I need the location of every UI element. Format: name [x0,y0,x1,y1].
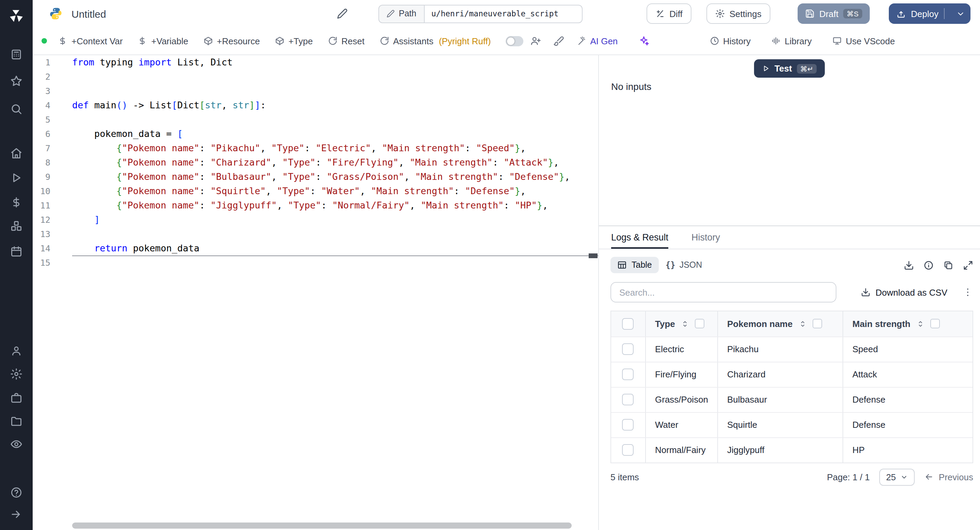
schedules-calendar-icon[interactable] [10,245,22,257]
tab-history[interactable]: History [692,226,720,249]
diff-button[interactable]: Diff [646,3,692,24]
expand-icon[interactable] [963,260,973,270]
settings-button[interactable]: Settings [706,3,770,24]
column-filter-box[interactable] [695,319,705,329]
multiplayer-toggle[interactable] [506,36,523,46]
code-line[interactable]: 14 return pokemon_data [33,241,598,255]
windmill-logo[interactable] [9,8,24,23]
audit-eye-icon[interactable] [10,438,22,450]
code-line[interactable]: 5 [33,112,598,127]
vscode-label: Use VScode [846,36,895,46]
column-filter-box[interactable] [812,319,822,329]
add-type-button[interactable]: +Type [275,36,313,46]
edit-summary-pencil-icon[interactable] [337,8,348,19]
table-row: ElectricPikachuSpeed [611,337,972,362]
previous-page-button[interactable]: Previous [924,472,973,482]
add-context-var-button[interactable]: +Context Var [58,36,123,46]
row-checkbox[interactable] [622,444,634,456]
code-line[interactable]: 15 [33,255,598,270]
history-button[interactable]: History [710,36,751,46]
code-line[interactable]: 7 {"Pokemon name": "Pikachu", "Type": "E… [33,141,598,155]
sort-icon[interactable] [798,319,807,328]
line-number: 14 [33,241,50,255]
deploy-chevron[interactable] [950,3,970,24]
path-value[interactable]: u/henri/maneuverable_script [424,5,582,23]
line-number: 13 [33,227,50,241]
code-line[interactable]: 3 [33,84,598,98]
table-cell: Defense [843,412,972,437]
home-icon[interactable] [10,147,22,160]
code-line[interactable]: 8 {"Pokemon name": "Charizard", "Type": … [33,155,598,170]
download-csv-button[interactable]: Download as CSV [861,287,947,297]
copy-icon[interactable] [943,260,953,270]
row-checkbox[interactable] [622,419,634,431]
row-checkbox[interactable] [622,343,634,355]
kebab-menu-icon[interactable] [962,287,973,298]
vscode-button[interactable]: Use VScode [832,36,895,46]
reset-button[interactable]: Reset [328,36,364,46]
code-line[interactable]: 2 [33,69,598,84]
horizontal-scrollbar[interactable] [72,522,572,528]
code-line[interactable]: 12 ] [33,212,598,227]
code-editor[interactable]: 1from typing import List, Dict234def mai… [33,55,599,530]
row-checkbox[interactable] [622,369,634,380]
line-number: 9 [33,170,50,184]
resources-boxes-icon[interactable] [10,220,22,232]
code-line[interactable]: 10 {"Pokemon name": "Squirtle", "Type": … [33,184,598,198]
user-icon[interactable] [10,345,22,357]
table-icon [617,260,627,270]
settings-gear-icon[interactable] [10,368,22,380]
folders-icon[interactable] [10,415,22,427]
select-all-checkbox[interactable] [622,318,634,330]
deploy-button[interactable]: Deploy [888,3,970,24]
add-variable-button[interactable]: +Variable [138,36,189,46]
info-icon[interactable] [924,260,934,270]
favorites-star-icon[interactable] [10,75,22,87]
page-size-select[interactable]: 25 [879,468,915,485]
search-icon[interactable] [10,103,22,115]
search-input[interactable] [611,282,837,302]
draft-button[interactable]: Draft ⌘S [798,3,869,24]
code-line[interactable]: 6 pokemon_data = [ [33,127,598,141]
code-line[interactable]: 4def main() -> List[Dict[str, str]]: [33,98,598,112]
line-number: 5 [33,112,50,127]
variables-dollar-icon[interactable] [10,196,22,208]
add-resource-button[interactable]: +Resource [203,36,259,46]
table-cell: Pikachu [717,337,843,362]
line-number: 3 [33,84,50,98]
invite-user-icon[interactable] [530,35,541,46]
table-view-button[interactable]: Table [611,257,659,273]
sort-icon[interactable] [916,319,924,328]
format-brush-icon[interactable] [553,35,564,46]
launcher-grid-icon[interactable] [10,48,22,61]
test-shortcut: ⌘↵ [797,64,817,73]
sparkles-icon[interactable] [638,35,649,46]
download-result-icon[interactable] [904,260,914,270]
tab-logs-result[interactable]: Logs & Result [611,226,668,249]
row-checkbox[interactable] [622,394,634,405]
code-line[interactable]: 9 {"Pokemon name": "Bulbasaur", "Type": … [33,170,598,184]
diff-label: Diff [669,8,682,19]
workers-briefcase-icon[interactable] [10,392,22,404]
chevron-down-icon [901,473,908,481]
column-filter-box[interactable] [930,319,940,329]
sort-icon[interactable] [681,319,689,328]
path-button[interactable]: Path [379,5,424,23]
test-button[interactable]: Test ⌘↵ [754,59,825,78]
code-line[interactable]: 11 {"Pokemon name": "Jigglypuff", "Type"… [33,198,598,212]
ai-gen-label: AI Gen [590,36,617,46]
runs-play-icon[interactable] [10,172,22,184]
code-line[interactable]: 13 [33,227,598,241]
json-view-button[interactable]: {} JSON [659,257,709,273]
library-button[interactable]: Library [771,36,812,46]
assistants-label: Assistants [393,36,434,46]
code-line[interactable]: 1from typing import List, Dict [33,55,598,69]
column-header-pokemon-name: Pokemon name [727,319,792,329]
expand-sidebar-icon[interactable] [10,508,22,520]
right-panel: Test ⌘↵ No inputs Logs & Result History … [599,55,980,530]
page-indicator: Page: 1 / 1 [827,472,870,482]
ai-gen-button[interactable]: AI Gen [576,36,617,46]
help-icon[interactable] [10,486,22,499]
assistants-button[interactable]: Assistants (Pyright Ruff) [379,36,491,46]
line-number: 6 [33,127,50,141]
